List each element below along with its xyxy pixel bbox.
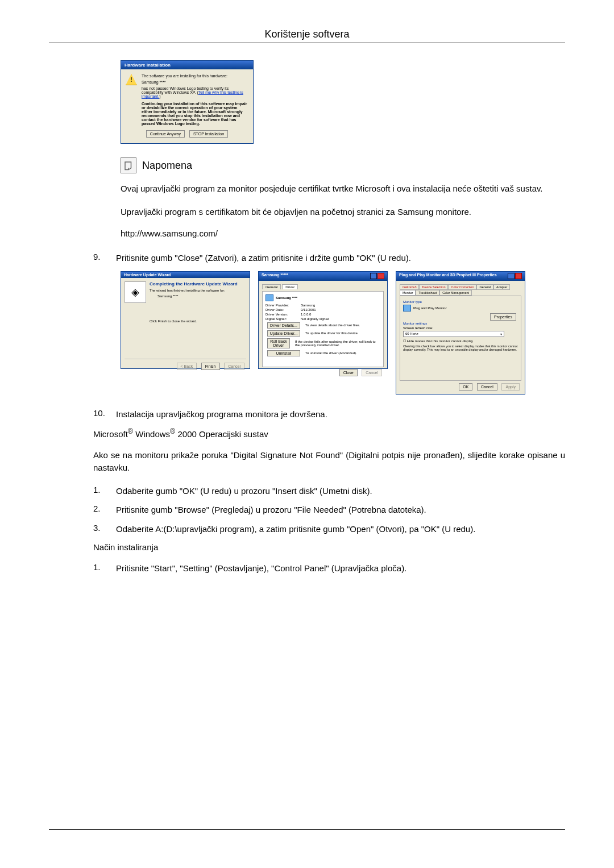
step-text: Pritisnite "Start", "Setting" (Postavlja…	[116, 562, 565, 575]
tab-device-selection[interactable]: Device Selection	[419, 284, 448, 290]
paragraph: Ovaj upravljački program za monitor posj…	[121, 182, 565, 196]
stop-installation-button[interactable]: STOP Installation	[189, 130, 228, 138]
monitor-icon	[265, 294, 273, 301]
step-9: 9. Pritisnite gumb "Close" (Zatvori), a …	[93, 252, 565, 264]
step-text: Pritisnite gumb "Close" (Zatvori), a zat…	[116, 252, 565, 264]
tab-color-correction[interactable]: Color Correction	[448, 284, 476, 290]
step-number: 1.	[93, 562, 108, 575]
value: Not digitally signed	[301, 317, 329, 321]
driver-details-button[interactable]: Driver Details...	[267, 322, 300, 329]
dialog-text: has not passed Windows Logo testing to v…	[142, 86, 248, 98]
note-row: Napomena	[121, 157, 565, 173]
label: Driver Version:	[265, 313, 301, 316]
refresh-rate-select[interactable]: 60 Hertz▾	[403, 331, 504, 337]
w2k-step-1: 1. Odaberite gumb "OK" (U redu) u prozor…	[93, 485, 565, 497]
tab-color-management[interactable]: Color Management	[439, 290, 472, 296]
content-area: Hardware Installation ! The software you…	[121, 60, 565, 575]
screenshot-hardware-installation-dialog: Hardware Installation ! The software you…	[121, 60, 254, 144]
wizard-device: Samsung ****	[157, 294, 246, 298]
note-label: Napomena	[142, 160, 192, 172]
install-step-1: 1. Pritisnite "Start", "Setting" (Postav…	[93, 562, 565, 575]
label: Driver Provider:	[265, 304, 301, 307]
label: Driver Date:	[265, 308, 301, 312]
button-desc: If the device fails after updating the d…	[295, 340, 380, 347]
finish-button[interactable]: Finish	[201, 363, 220, 370]
footer-rule	[49, 829, 565, 830]
screenshot-monitor-properties: Plug and Play Monitor and 3D Prophet III…	[396, 271, 525, 394]
dialog-text: The software you are installing for this…	[142, 74, 248, 78]
wizard-heading: Completing the Hardware Update Wizard	[150, 281, 246, 286]
screenshot-driver-properties: Samsung ***** General Driver Samsung ***…	[258, 271, 388, 369]
back-button: < Back	[177, 363, 197, 370]
close-button[interactable]: Close	[339, 369, 358, 376]
dialog-titlebar: Hardware Installation	[121, 61, 253, 69]
tab-general[interactable]: General	[262, 284, 281, 289]
checkbox-note: Clearing this check box allows you to se…	[403, 344, 518, 351]
tab-general[interactable]: General	[476, 284, 493, 290]
step-number: 9.	[93, 252, 108, 264]
step-10: 10. Instalacija upravljačkog programa mo…	[93, 408, 565, 421]
wizard-text: The wizard has finished installing the s…	[150, 289, 246, 292]
url-text: http://www.samsung.com/	[121, 229, 565, 238]
document-page: Korištenje softvera Hardware Installatio…	[0, 0, 614, 868]
properties-button[interactable]: Properties	[490, 313, 516, 321]
close-icon[interactable]	[515, 273, 522, 279]
apply-button: Apply	[501, 383, 520, 391]
tab-adapter[interactable]: Adapter	[493, 284, 510, 290]
step-number: 10.	[93, 408, 108, 421]
step-text: Odaberite gumb "OK" (U redu) u prozoru "…	[116, 485, 565, 497]
button-desc: To view details about the driver files.	[305, 323, 360, 327]
value: 1.0.0.0	[301, 313, 311, 316]
cancel-button: Cancel	[224, 363, 244, 370]
help-icon[interactable]	[370, 273, 377, 279]
rollback-driver-button[interactable]: Roll Back Driver	[267, 338, 290, 348]
tab-geforce[interactable]: GeForce3	[400, 284, 419, 290]
value: Samsung	[301, 304, 315, 307]
wizard-icon: ◈	[125, 281, 146, 303]
install-heading: Način instaliranja	[93, 542, 565, 552]
dialog-warning-bold: Continuing your installation of this sof…	[142, 102, 248, 126]
wizard-text: Click Finish to close the wizard.	[150, 319, 246, 323]
dialog-device-name: Samsung ****	[142, 80, 248, 84]
header-rule	[49, 43, 565, 43]
button-desc: To update the driver for this device.	[305, 331, 358, 335]
hide-modes-checkbox[interactable]: ☐ Hide modes that this monitor cannot di…	[403, 339, 518, 343]
help-icon[interactable]	[508, 273, 515, 279]
group-monitor-settings: Monitor settings	[403, 322, 518, 325]
cancel-button[interactable]: Cancel	[477, 383, 497, 391]
step-text: Pritisnite gumb "Browse" (Pregledaj) u p…	[116, 504, 565, 516]
value: 9/11/2001	[301, 308, 316, 312]
monitor-name: Plug and Play Monitor	[413, 306, 447, 310]
cancel-button: Cancel	[362, 369, 382, 376]
continue-anyway-button[interactable]: Continue Anyway	[146, 130, 185, 138]
ok-button[interactable]: OK	[459, 383, 472, 391]
step-number: 1.	[93, 485, 108, 497]
driver-device: Samsung ****	[276, 296, 297, 300]
uninstall-button[interactable]: Uninstall	[267, 350, 300, 356]
wizard-title: Hardware Update Wizard	[124, 273, 171, 277]
screenshot-hardware-update-wizard: Hardware Update Wizard ◈ Completing the …	[121, 271, 250, 369]
driver-title: Samsung *****	[262, 273, 288, 280]
page-header-title: Korištenje softvera	[49, 28, 565, 40]
label: Digital Signer:	[265, 317, 301, 321]
tab-troubleshoot[interactable]: Troubleshoot	[416, 290, 439, 296]
w2k-step-2: 2. Pritisnite gumb "Browse" (Pregledaj) …	[93, 504, 565, 516]
step-text: Odaberite A:(D:\upravljački program), a …	[116, 523, 565, 535]
tab-driver[interactable]: Driver	[282, 284, 298, 289]
w2k-step-3: 3. Odaberite A:(D:\upravljački program),…	[93, 523, 565, 535]
button-desc: To uninstall the driver (Advanced).	[305, 351, 357, 355]
paragraph: Ako se na monitoru prikaže poruka "Digit…	[93, 449, 565, 475]
update-driver-button[interactable]: Update Driver...	[267, 330, 300, 337]
tab-monitor[interactable]: Monitor	[400, 290, 416, 296]
chevron-down-icon: ▾	[500, 332, 502, 336]
step-number: 2.	[93, 504, 108, 516]
step-text: Instalacija upravljačkog programa monito…	[116, 408, 565, 421]
close-icon[interactable]	[377, 273, 384, 279]
note-icon	[121, 157, 136, 173]
warning-icon: !	[126, 74, 137, 85]
refresh-rate-label: Screen refresh rate:	[403, 326, 518, 330]
screenshot-group: Hardware Update Wizard ◈ Completing the …	[121, 271, 565, 394]
paragraph: Upravljački program s certifikatom bit ć…	[121, 206, 565, 219]
monitor-icon	[403, 305, 411, 312]
step-number: 3.	[93, 523, 108, 535]
